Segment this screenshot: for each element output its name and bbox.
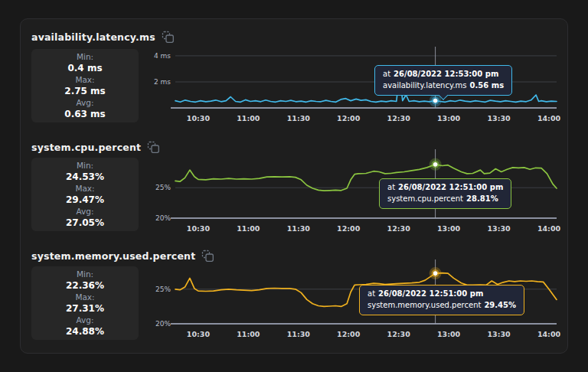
svg-text:2 ms: 2 ms: [154, 78, 171, 86]
stat-value-avg: 0.63 ms: [31, 109, 139, 120]
svg-text:12:00: 12:00: [337, 114, 361, 122]
svg-text:11:30: 11:30: [287, 224, 311, 233]
svg-text:12:30: 12:30: [387, 330, 411, 338]
svg-text:12:30: 12:30: [387, 114, 411, 122]
svg-text:25%: 25%: [155, 286, 171, 293]
stat-value-min: 22.36%: [31, 280, 139, 292]
stat-label-max: Max:: [31, 75, 139, 85]
svg-text:4 ms: 4 ms: [154, 52, 171, 60]
stat-label-max: Max:: [31, 184, 139, 194]
svg-text:10:30: 10:30: [187, 114, 211, 122]
svg-text:12:00: 12:00: [337, 224, 361, 233]
svg-text:20%: 20%: [155, 214, 171, 222]
stat-value-min: 24.53%: [31, 171, 139, 183]
svg-text:20%: 20%: [155, 320, 171, 328]
tooltip-time-line: at26/08/2022 12:51:00 pm: [387, 182, 503, 194]
copy-icon[interactable]: [162, 31, 175, 44]
tooltip-time-line: at26/08/2022 12:53:00 pm: [383, 69, 504, 80]
svg-text:13:30: 13:30: [487, 224, 511, 233]
svg-text:14:00: 14:00: [537, 224, 560, 233]
stat-label-min: Min:: [31, 52, 139, 62]
tooltip-value-line: system.cpu.percent28.81%: [387, 194, 503, 205]
svg-text:13:00: 13:00: [437, 224, 461, 233]
stat-value-max: 2.75 ms: [31, 86, 139, 97]
stats-box: Min: 22.36% Max: 27.31% Avg: 24.88%: [31, 266, 139, 340]
chart-tooltip: at26/08/2022 12:53:00 pm availability.la…: [374, 65, 512, 96]
metric-title: availability.latency.ms: [31, 31, 155, 43]
stat-label-min: Min:: [31, 269, 139, 279]
stat-value-max: 29.47%: [31, 194, 139, 206]
metric-header-latency: availability.latency.ms: [31, 30, 175, 44]
svg-text:10:30: 10:30: [187, 224, 211, 233]
svg-text:13:30: 13:30: [487, 330, 511, 338]
svg-text:25%: 25%: [155, 184, 171, 191]
svg-text:11:30: 11:30: [287, 330, 311, 338]
stat-label-max: Max:: [31, 292, 139, 302]
svg-text:10:30: 10:30: [187, 330, 211, 338]
stat-value-avg: 24.88%: [31, 326, 139, 338]
chart-tooltip: at26/08/2022 12:51:00 pm system.cpu.perc…: [379, 178, 511, 209]
svg-text:13:30: 13:30: [487, 114, 511, 122]
svg-text:11:00: 11:00: [237, 224, 260, 233]
svg-text:12:30: 12:30: [387, 224, 411, 233]
chart-tooltip: at26/08/2022 12:51:00 pm system.memory.u…: [359, 285, 524, 315]
svg-text:13:00: 13:00: [437, 114, 461, 122]
stat-value-avg: 27.05%: [31, 217, 139, 229]
stat-label-avg: Avg:: [31, 98, 139, 108]
stat-value-max: 27.31%: [31, 303, 139, 315]
stat-label-avg: Avg:: [31, 315, 139, 325]
stat-value-min: 0.4 ms: [31, 63, 139, 74]
stat-label-min: Min:: [31, 161, 139, 171]
stats-box: Min: 24.53% Max: 29.47% Avg: 27.05%: [31, 158, 139, 231]
stat-label-avg: Avg:: [31, 207, 139, 217]
svg-text:12:00: 12:00: [337, 330, 361, 338]
tooltip-value-line: system.memory.used.percent29.45%: [368, 300, 516, 312]
metric-title: system.cpu.percent: [31, 142, 141, 153]
svg-text:14:00: 14:00: [537, 330, 560, 338]
tooltip-value-line: availability.latency.ms0.56 ms: [383, 80, 504, 92]
stats-box: Min: 0.4 ms Max: 2.75 ms Avg: 0.63 ms: [31, 49, 139, 122]
metrics-panel: availability.latency.ms Min: 0.4 ms Max:…: [20, 18, 568, 354]
svg-text:14:00: 14:00: [537, 114, 560, 122]
svg-text:13:00: 13:00: [437, 330, 461, 338]
svg-text:11:00: 11:00: [237, 114, 260, 122]
svg-text:11:00: 11:00: [237, 330, 260, 338]
svg-text:11:30: 11:30: [287, 114, 311, 122]
tooltip-time-line: at26/08/2022 12:51:00 pm: [368, 289, 516, 300]
metric-header-cpu: system.cpu.percent: [31, 140, 160, 154]
